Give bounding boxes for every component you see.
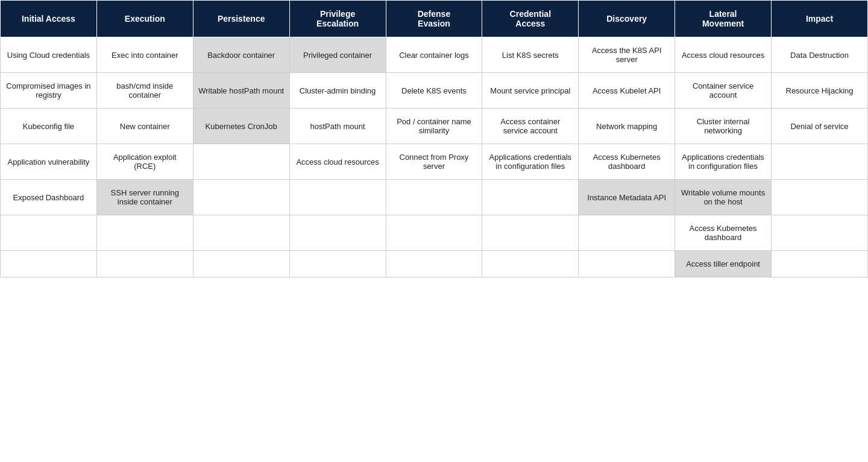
- cell-r2-c5: Access container service account: [482, 109, 579, 144]
- cell-r4-c4: [386, 180, 482, 215]
- cell-r4-c1: SSH server running inside container: [96, 180, 193, 215]
- cell-r6-c8: [772, 251, 868, 277]
- cell-r0-c5: List K8S secrets: [482, 37, 579, 73]
- cell-r2-c4: Pod / container name similarity: [386, 109, 482, 144]
- cell-r3-c2: [193, 144, 289, 180]
- cell-r3-c4: Connect from Proxy server: [386, 144, 482, 180]
- cell-r1-c2: Writable hostPath mount: [193, 73, 289, 109]
- cell-r3-c1: Application exploit (RCE): [96, 144, 193, 180]
- column-header-initial-access: Initial Access: [1, 1, 97, 37]
- column-header-privilege-escalation: PrivilegeEscalation: [289, 1, 386, 37]
- cell-r1-c6: Access Kubelet API: [579, 73, 675, 109]
- cell-r2-c0: Kubeconfig file: [1, 109, 97, 144]
- table-row: Kubeconfig fileNew containerKubernetes C…: [1, 109, 868, 144]
- cell-r5-c8: [772, 215, 868, 251]
- cell-r2-c2: Kubernetes CronJob: [193, 109, 289, 144]
- cell-r2-c3: hostPath mount: [289, 109, 386, 144]
- cell-r1-c1: bash/cmd inside container: [96, 73, 193, 109]
- column-header-impact: Impact: [772, 1, 868, 37]
- cell-r6-c3: [289, 251, 386, 277]
- cell-r6-c6: [579, 251, 675, 277]
- cell-r6-c4: [386, 251, 482, 277]
- cell-r5-c4: [386, 215, 482, 251]
- cell-r0-c1: Exec into container: [96, 37, 193, 73]
- cell-r6-c5: [482, 251, 579, 277]
- table-row: Application vulnerabilityApplication exp…: [1, 144, 868, 180]
- cell-r3-c3: Access cloud resources: [289, 144, 386, 180]
- cell-r4-c2: [193, 180, 289, 215]
- cell-r4-c0: Exposed Dashboard: [1, 180, 97, 215]
- cell-r2-c8: Denial of service: [772, 109, 868, 144]
- cell-r1-c0: Compromised images in registry: [1, 73, 97, 109]
- cell-r4-c7: Writable volume mounts on the host: [675, 180, 772, 215]
- table-row: Compromised images in registrybash/cmd i…: [1, 73, 868, 109]
- cell-r5-c1: [96, 215, 193, 251]
- cell-r4-c3: [289, 180, 386, 215]
- cell-r4-c8: [772, 180, 868, 215]
- cell-r1-c3: Cluster-admin binding: [289, 73, 386, 109]
- cell-r1-c7: Container service account: [675, 73, 772, 109]
- cell-r4-c6: Instance Metadata API: [579, 180, 675, 215]
- cell-r5-c7: Access Kubernetes dashboard: [675, 215, 772, 251]
- cell-r2-c1: New container: [96, 109, 193, 144]
- cell-r5-c2: [193, 215, 289, 251]
- cell-r3-c5: Applications credentials in configuratio…: [482, 144, 579, 180]
- column-header-credential-access: CredentialAccess: [482, 1, 579, 37]
- column-header-defense-evasion: DefenseEvasion: [386, 1, 482, 37]
- column-header-lateral-movement: LateralMovement: [675, 1, 772, 37]
- cell-r5-c5: [482, 215, 579, 251]
- cell-r2-c7: Cluster internal networking: [675, 109, 772, 144]
- cell-r2-c6: Network mapping: [579, 109, 675, 144]
- cell-r3-c7: Applications credentials in configuratio…: [675, 144, 772, 180]
- cell-r6-c0: [1, 251, 97, 277]
- column-header-execution: Execution: [96, 1, 193, 37]
- cell-r0-c4: Clear container logs: [386, 37, 482, 73]
- cell-r5-c0: [1, 215, 97, 251]
- cell-r5-c6: [579, 215, 675, 251]
- cell-r4-c5: [482, 180, 579, 215]
- cell-r6-c7: Access tiller endpoint: [675, 251, 772, 277]
- cell-r3-c8: [772, 144, 868, 180]
- cell-r6-c2: [193, 251, 289, 277]
- column-header-persistence: Persistence: [193, 1, 289, 37]
- column-header-discovery: Discovery: [579, 1, 675, 37]
- table-row: Access tiller endpoint: [1, 251, 868, 277]
- cell-r0-c6: Access the K8S API server: [579, 37, 675, 73]
- attack-matrix-table: Initial AccessExecutionPersistencePrivil…: [0, 0, 868, 277]
- cell-r1-c8: Resource Hijacking: [772, 73, 868, 109]
- cell-r0-c3: Privileged container: [289, 37, 386, 73]
- cell-r0-c8: Data Destruction: [772, 37, 868, 73]
- table-row: Using Cloud credentialsExec into contain…: [1, 37, 868, 73]
- cell-r3-c6: Access Kubernetes dashboard: [579, 144, 675, 180]
- cell-r0-c0: Using Cloud credentials: [1, 37, 97, 73]
- cell-r5-c3: [289, 215, 386, 251]
- table-row: Exposed DashboardSSH server running insi…: [1, 180, 868, 215]
- cell-r3-c0: Application vulnerability: [1, 144, 97, 180]
- cell-r0-c2: Backdoor container: [193, 37, 289, 73]
- cell-r1-c5: Mount service principal: [482, 73, 579, 109]
- cell-r1-c4: Delete K8S events: [386, 73, 482, 109]
- cell-r0-c7: Access cloud resources: [675, 37, 772, 73]
- cell-r6-c1: [96, 251, 193, 277]
- table-row: Access Kubernetes dashboard: [1, 215, 868, 251]
